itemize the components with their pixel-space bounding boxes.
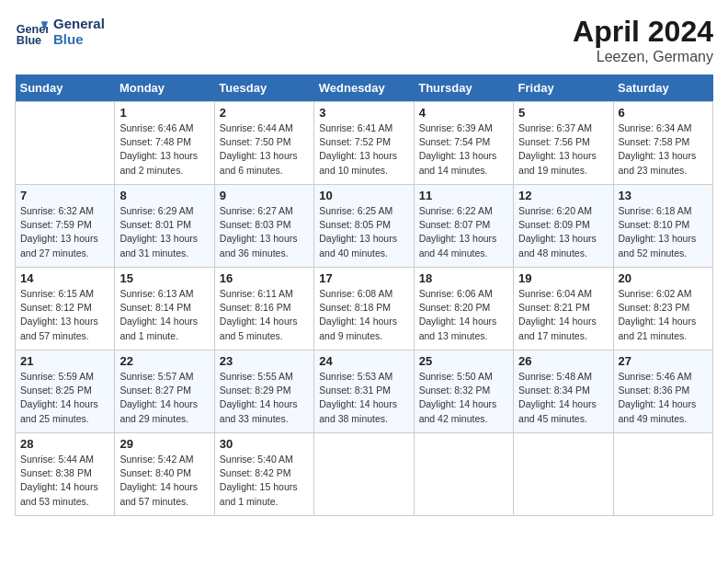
- day-number: 8: [119, 189, 209, 202]
- day-info: Sunrise: 6:08 AMSunset: 8:18 PMDaylight:…: [319, 287, 408, 343]
- day-info: Sunrise: 5:48 AMSunset: 8:34 PMDaylight:…: [518, 370, 608, 426]
- day-number: 14: [20, 271, 109, 285]
- calendar-cell: 17Sunrise: 6:08 AMSunset: 8:18 PMDayligh…: [314, 268, 414, 350]
- day-number: 23: [220, 354, 309, 368]
- day-info: Sunrise: 5:57 AMSunset: 8:27 PMDaylight:…: [119, 370, 209, 426]
- day-info: Sunrise: 6:15 AMSunset: 8:12 PMDaylight:…: [20, 287, 109, 343]
- weekday-header-thursday: Thursday: [414, 75, 513, 102]
- day-number: 10: [319, 189, 408, 202]
- calendar-cell: [514, 433, 613, 516]
- weekday-header-row: SundayMondayTuesdayWednesdayThursdayFrid…: [16, 75, 713, 102]
- calendar-cell: 6Sunrise: 6:34 AMSunset: 7:58 PMDaylight…: [613, 102, 712, 185]
- calendar-cell: 4Sunrise: 6:39 AMSunset: 7:54 PMDaylight…: [414, 102, 513, 185]
- calendar-cell: 3Sunrise: 6:41 AMSunset: 7:52 PMDaylight…: [314, 102, 414, 185]
- calendar-cell: 24Sunrise: 5:53 AMSunset: 8:31 PMDayligh…: [314, 350, 414, 433]
- weekday-header-friday: Friday: [514, 75, 613, 102]
- day-info: Sunrise: 6:18 AMSunset: 8:10 PMDaylight:…: [619, 204, 708, 260]
- week-row-3: 14Sunrise: 6:15 AMSunset: 8:12 PMDayligh…: [16, 268, 713, 350]
- calendar-cell: 2Sunrise: 6:44 AMSunset: 7:50 PMDaylight…: [214, 102, 313, 185]
- week-row-2: 7Sunrise: 6:32 AMSunset: 7:59 PMDaylight…: [16, 185, 713, 268]
- day-info: Sunrise: 6:44 AMSunset: 7:50 PMDaylight:…: [220, 121, 309, 178]
- logo: General Blue General Blue: [15, 15, 105, 48]
- day-info: Sunrise: 6:22 AMSunset: 8:07 PMDaylight:…: [419, 204, 508, 260]
- day-number: 22: [119, 354, 209, 368]
- day-info: Sunrise: 6:41 AMSunset: 7:52 PMDaylight:…: [319, 121, 408, 178]
- day-info: Sunrise: 6:11 AMSunset: 8:16 PMDaylight:…: [220, 287, 309, 343]
- calendar-cell: 19Sunrise: 6:04 AMSunset: 8:21 PMDayligh…: [514, 268, 613, 350]
- day-info: Sunrise: 6:46 AMSunset: 7:48 PMDaylight:…: [119, 121, 209, 178]
- day-info: Sunrise: 6:06 AMSunset: 8:20 PMDaylight:…: [419, 287, 508, 343]
- calendar-cell: 14Sunrise: 6:15 AMSunset: 8:12 PMDayligh…: [16, 268, 115, 350]
- calendar-cell: [414, 433, 513, 516]
- calendar-cell: 25Sunrise: 5:50 AMSunset: 8:32 PMDayligh…: [414, 350, 513, 433]
- weekday-header-tuesday: Tuesday: [214, 75, 313, 102]
- day-number: 28: [20, 437, 109, 451]
- day-number: 18: [419, 271, 508, 285]
- weekday-header-saturday: Saturday: [613, 75, 712, 102]
- day-info: Sunrise: 5:40 AMSunset: 8:42 PMDaylight:…: [220, 453, 309, 509]
- day-info: Sunrise: 6:20 AMSunset: 8:09 PMDaylight:…: [518, 204, 608, 260]
- calendar-cell: 12Sunrise: 6:20 AMSunset: 8:09 PMDayligh…: [514, 185, 613, 268]
- calendar-cell: 22Sunrise: 5:57 AMSunset: 8:27 PMDayligh…: [115, 350, 214, 433]
- day-info: Sunrise: 6:25 AMSunset: 8:05 PMDaylight:…: [319, 204, 408, 260]
- day-info: Sunrise: 6:27 AMSunset: 8:03 PMDaylight:…: [220, 204, 309, 260]
- day-number: 16: [220, 271, 309, 285]
- day-number: 11: [419, 189, 508, 202]
- day-number: 3: [319, 106, 408, 120]
- day-number: 26: [518, 354, 608, 368]
- day-number: 25: [419, 354, 508, 368]
- location-title: Leezen, Germany: [573, 49, 713, 65]
- day-info: Sunrise: 6:39 AMSunset: 7:54 PMDaylight:…: [419, 121, 508, 178]
- month-title: April 2024: [573, 15, 713, 49]
- day-info: Sunrise: 6:37 AMSunset: 7:56 PMDaylight:…: [518, 121, 608, 178]
- day-info: Sunrise: 5:42 AMSunset: 8:40 PMDaylight:…: [119, 453, 209, 509]
- weekday-header-sunday: Sunday: [16, 75, 115, 102]
- day-number: 27: [619, 354, 708, 368]
- day-number: 24: [319, 354, 408, 368]
- calendar-cell: 21Sunrise: 5:59 AMSunset: 8:25 PMDayligh…: [16, 350, 115, 433]
- calendar-cell: 7Sunrise: 6:32 AMSunset: 7:59 PMDaylight…: [16, 185, 115, 268]
- calendar-cell: 10Sunrise: 6:25 AMSunset: 8:05 PMDayligh…: [314, 185, 414, 268]
- calendar-cell: 11Sunrise: 6:22 AMSunset: 8:07 PMDayligh…: [414, 185, 513, 268]
- weekday-header-monday: Monday: [115, 75, 214, 102]
- day-number: 17: [319, 271, 408, 285]
- day-info: Sunrise: 6:02 AMSunset: 8:23 PMDaylight:…: [619, 287, 708, 343]
- calendar-cell: 29Sunrise: 5:42 AMSunset: 8:40 PMDayligh…: [115, 433, 214, 516]
- day-number: 20: [619, 271, 708, 285]
- day-number: 7: [20, 189, 109, 202]
- logo-subtext: Blue: [53, 31, 105, 47]
- calendar-cell: [314, 433, 414, 516]
- day-number: 30: [220, 437, 309, 451]
- calendar-cell: 5Sunrise: 6:37 AMSunset: 7:56 PMDaylight…: [514, 102, 613, 185]
- day-number: 9: [220, 189, 309, 202]
- calendar-cell: 8Sunrise: 6:29 AMSunset: 8:01 PMDaylight…: [115, 185, 214, 268]
- calendar-cell: [16, 102, 115, 185]
- day-number: 6: [619, 106, 708, 120]
- calendar-cell: 1Sunrise: 6:46 AMSunset: 7:48 PMDaylight…: [115, 102, 214, 185]
- calendar-cell: 30Sunrise: 5:40 AMSunset: 8:42 PMDayligh…: [214, 433, 313, 516]
- calendar-cell: 9Sunrise: 6:27 AMSunset: 8:03 PMDaylight…: [214, 185, 313, 268]
- calendar-cell: [613, 433, 712, 516]
- calendar-cell: 20Sunrise: 6:02 AMSunset: 8:23 PMDayligh…: [613, 268, 712, 350]
- day-info: Sunrise: 6:34 AMSunset: 7:58 PMDaylight:…: [619, 121, 708, 178]
- calendar-cell: 16Sunrise: 6:11 AMSunset: 8:16 PMDayligh…: [214, 268, 313, 350]
- week-row-1: 1Sunrise: 6:46 AMSunset: 7:48 PMDaylight…: [16, 102, 713, 185]
- day-info: Sunrise: 5:53 AMSunset: 8:31 PMDaylight:…: [319, 370, 408, 426]
- day-info: Sunrise: 6:29 AMSunset: 8:01 PMDaylight:…: [119, 204, 209, 260]
- day-number: 29: [119, 437, 209, 451]
- day-number: 4: [419, 106, 508, 120]
- day-info: Sunrise: 5:59 AMSunset: 8:25 PMDaylight:…: [20, 370, 109, 426]
- day-number: 5: [518, 106, 608, 120]
- day-number: 2: [220, 106, 309, 120]
- weekday-header-wednesday: Wednesday: [314, 75, 414, 102]
- day-info: Sunrise: 6:13 AMSunset: 8:14 PMDaylight:…: [119, 287, 209, 343]
- day-info: Sunrise: 5:46 AMSunset: 8:36 PMDaylight:…: [619, 370, 708, 426]
- logo-icon: General Blue: [15, 15, 48, 48]
- calendar-cell: 23Sunrise: 5:55 AMSunset: 8:29 PMDayligh…: [214, 350, 313, 433]
- day-info: Sunrise: 6:32 AMSunset: 7:59 PMDaylight:…: [20, 204, 109, 260]
- calendar-cell: 15Sunrise: 6:13 AMSunset: 8:14 PMDayligh…: [115, 268, 214, 350]
- logo-text: General: [53, 16, 105, 31]
- day-number: 19: [518, 271, 608, 285]
- day-info: Sunrise: 6:04 AMSunset: 8:21 PMDaylight:…: [518, 287, 608, 343]
- svg-text:Blue: Blue: [17, 34, 41, 47]
